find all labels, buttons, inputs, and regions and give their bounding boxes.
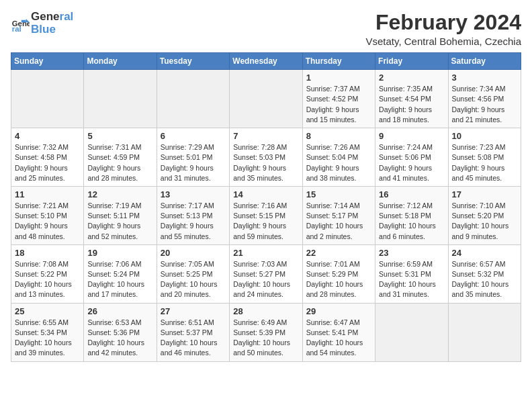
day-info: Sunrise: 7:19 AM Sunset: 5:11 PM Dayligh…	[87, 201, 152, 242]
day-number: 15	[306, 189, 371, 199]
day-number: 20	[161, 248, 226, 258]
day-number: 7	[233, 131, 298, 141]
day-info: Sunrise: 7:29 AM Sunset: 5:01 PM Dayligh…	[161, 142, 226, 183]
day-number: 12	[87, 189, 152, 199]
weekday-header-row: SundayMondayTuesdayWednesdayThursdayFrid…	[11, 53, 521, 70]
day-info: Sunrise: 7:14 AM Sunset: 5:17 PM Dayligh…	[306, 201, 371, 242]
calendar-day-4: 4Sunrise: 7:32 AM Sunset: 4:58 PM Daylig…	[11, 128, 84, 187]
calendar-day-12: 12Sunrise: 7:19 AM Sunset: 5:11 PM Dayli…	[84, 186, 157, 244]
calendar-day-15: 15Sunrise: 7:14 AM Sunset: 5:17 PM Dayli…	[302, 186, 375, 244]
day-number: 29	[306, 306, 371, 316]
calendar-empty-cell	[448, 303, 521, 361]
day-info: Sunrise: 7:28 AM Sunset: 5:03 PM Dayligh…	[233, 142, 298, 183]
day-info: Sunrise: 7:26 AM Sunset: 5:04 PM Dayligh…	[306, 142, 371, 183]
day-number: 6	[161, 131, 226, 141]
calendar-day-13: 13Sunrise: 7:17 AM Sunset: 5:13 PM Dayli…	[157, 186, 229, 244]
day-number: 17	[452, 189, 517, 199]
calendar-day-20: 20Sunrise: 7:05 AM Sunset: 5:25 PM Dayli…	[157, 244, 229, 303]
day-number: 18	[15, 248, 80, 258]
svg-rect-3	[21, 19, 26, 22]
calendar-week-row: 18Sunrise: 7:08 AM Sunset: 5:22 PM Dayli…	[11, 244, 521, 303]
calendar-day-16: 16Sunrise: 7:12 AM Sunset: 5:18 PM Dayli…	[375, 186, 448, 244]
calendar-empty-cell	[157, 70, 229, 128]
day-number: 11	[15, 189, 80, 199]
day-number: 8	[306, 131, 371, 141]
weekday-header-tuesday: Tuesday	[157, 53, 229, 70]
day-info: Sunrise: 6:51 AM Sunset: 5:37 PM Dayligh…	[161, 318, 226, 359]
day-number: 2	[379, 73, 444, 83]
calendar-day-5: 5Sunrise: 7:31 AM Sunset: 4:59 PM Daylig…	[84, 128, 157, 187]
day-info: Sunrise: 7:01 AM Sunset: 5:29 PM Dayligh…	[306, 259, 371, 300]
calendar-week-row: 11Sunrise: 7:21 AM Sunset: 5:10 PM Dayli…	[11, 186, 521, 244]
month-year: February 2024	[366, 11, 522, 34]
calendar-day-8: 8Sunrise: 7:26 AM Sunset: 5:04 PM Daylig…	[302, 128, 375, 187]
day-info: Sunrise: 7:34 AM Sunset: 4:56 PM Dayligh…	[452, 84, 517, 125]
location: Vsetaty, Central Bohemia, Czechia	[366, 36, 522, 47]
day-number: 19	[87, 248, 152, 258]
day-number: 16	[379, 189, 444, 199]
calendar-header: SundayMondayTuesdayWednesdayThursdayFrid…	[11, 53, 521, 70]
logo: Gene ral General Blue	[11, 11, 73, 36]
calendar-day-19: 19Sunrise: 7:06 AM Sunset: 5:24 PM Dayli…	[84, 244, 157, 303]
day-info: Sunrise: 6:57 AM Sunset: 5:32 PM Dayligh…	[452, 259, 517, 300]
calendar-day-26: 26Sunrise: 6:53 AM Sunset: 5:36 PM Dayli…	[84, 303, 157, 361]
calendar-empty-cell	[11, 70, 84, 128]
logo-line1: General	[31, 11, 73, 24]
calendar-day-18: 18Sunrise: 7:08 AM Sunset: 5:22 PM Dayli…	[11, 244, 84, 303]
weekday-header-monday: Monday	[84, 53, 157, 70]
day-number: 9	[379, 131, 444, 141]
calendar-day-29: 29Sunrise: 6:47 AM Sunset: 5:41 PM Dayli…	[302, 303, 375, 361]
calendar-day-7: 7Sunrise: 7:28 AM Sunset: 5:03 PM Daylig…	[230, 128, 302, 187]
calendar-day-28: 28Sunrise: 6:49 AM Sunset: 5:39 PM Dayli…	[230, 303, 302, 361]
page-header: Gene ral General Blue February 2024 Vset…	[11, 11, 521, 47]
calendar-day-11: 11Sunrise: 7:21 AM Sunset: 5:10 PM Dayli…	[11, 186, 84, 244]
calendar-day-17: 17Sunrise: 7:10 AM Sunset: 5:20 PM Dayli…	[448, 186, 521, 244]
calendar-day-9: 9Sunrise: 7:24 AM Sunset: 5:06 PM Daylig…	[375, 128, 448, 187]
calendar-day-3: 3Sunrise: 7:34 AM Sunset: 4:56 PM Daylig…	[448, 70, 521, 128]
day-number: 24	[452, 248, 517, 258]
day-number: 22	[306, 248, 371, 258]
day-number: 13	[161, 189, 226, 199]
calendar-day-21: 21Sunrise: 7:03 AM Sunset: 5:27 PM Dayli…	[230, 244, 302, 303]
calendar-day-25: 25Sunrise: 6:55 AM Sunset: 5:34 PM Dayli…	[11, 303, 84, 361]
calendar-day-1: 1Sunrise: 7:37 AM Sunset: 4:52 PM Daylig…	[302, 70, 375, 128]
day-info: Sunrise: 7:16 AM Sunset: 5:15 PM Dayligh…	[233, 201, 298, 242]
calendar-day-2: 2Sunrise: 7:35 AM Sunset: 4:54 PM Daylig…	[375, 70, 448, 128]
calendar-empty-cell	[84, 70, 157, 128]
day-number: 21	[233, 248, 298, 258]
day-number: 4	[15, 131, 80, 141]
day-info: Sunrise: 6:49 AM Sunset: 5:39 PM Dayligh…	[233, 318, 298, 359]
day-info: Sunrise: 7:03 AM Sunset: 5:27 PM Dayligh…	[233, 259, 298, 300]
calendar-body: 1Sunrise: 7:37 AM Sunset: 4:52 PM Daylig…	[11, 70, 521, 361]
title-block: February 2024 Vsetaty, Central Bohemia, …	[366, 11, 522, 47]
calendar-day-24: 24Sunrise: 6:57 AM Sunset: 5:32 PM Dayli…	[448, 244, 521, 303]
calendar-day-27: 27Sunrise: 6:51 AM Sunset: 5:37 PM Dayli…	[157, 303, 229, 361]
calendar-table: SundayMondayTuesdayWednesdayThursdayFrid…	[11, 52, 521, 361]
calendar-empty-cell	[375, 303, 448, 361]
day-info: Sunrise: 6:55 AM Sunset: 5:34 PM Dayligh…	[15, 318, 80, 359]
weekday-header-wednesday: Wednesday	[230, 53, 302, 70]
day-info: Sunrise: 7:12 AM Sunset: 5:18 PM Dayligh…	[379, 201, 444, 242]
weekday-header-saturday: Saturday	[448, 53, 521, 70]
calendar-week-row: 1Sunrise: 7:37 AM Sunset: 4:52 PM Daylig…	[11, 70, 521, 128]
calendar-week-row: 4Sunrise: 7:32 AM Sunset: 4:58 PM Daylig…	[11, 128, 521, 187]
day-number: 10	[452, 131, 517, 141]
calendar-day-10: 10Sunrise: 7:23 AM Sunset: 5:08 PM Dayli…	[448, 128, 521, 187]
svg-text:ral: ral	[12, 25, 21, 33]
day-number: 23	[379, 248, 444, 258]
day-number: 28	[233, 306, 298, 316]
calendar-empty-cell	[230, 70, 302, 128]
day-number: 14	[233, 189, 298, 199]
calendar-day-22: 22Sunrise: 7:01 AM Sunset: 5:29 PM Dayli…	[302, 244, 375, 303]
day-info: Sunrise: 6:47 AM Sunset: 5:41 PM Dayligh…	[306, 318, 371, 359]
weekday-header-thursday: Thursday	[302, 53, 375, 70]
day-info: Sunrise: 7:24 AM Sunset: 5:06 PM Dayligh…	[379, 142, 444, 183]
weekday-header-friday: Friday	[375, 53, 448, 70]
day-info: Sunrise: 7:17 AM Sunset: 5:13 PM Dayligh…	[161, 201, 226, 242]
day-info: Sunrise: 7:23 AM Sunset: 5:08 PM Dayligh…	[452, 142, 517, 183]
day-number: 3	[452, 73, 517, 83]
day-info: Sunrise: 7:05 AM Sunset: 5:25 PM Dayligh…	[161, 259, 226, 300]
day-info: Sunrise: 7:10 AM Sunset: 5:20 PM Dayligh…	[452, 201, 517, 242]
calendar-day-14: 14Sunrise: 7:16 AM Sunset: 5:15 PM Dayli…	[230, 186, 302, 244]
day-info: Sunrise: 7:21 AM Sunset: 5:10 PM Dayligh…	[15, 201, 80, 242]
